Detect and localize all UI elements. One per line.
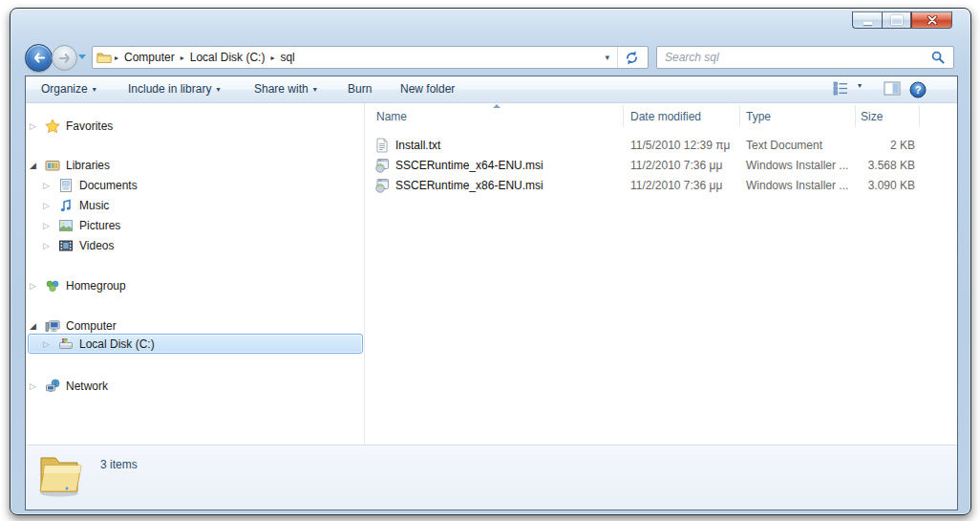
new-folder-label: New folder bbox=[400, 82, 455, 96]
file-row-ssceruntime-x64[interactable]: SSCERuntime_x64-ENU.msi 11/2/2010 7:36 μ… bbox=[366, 156, 957, 176]
help-icon: ? bbox=[909, 81, 927, 98]
column-divider[interactable] bbox=[739, 105, 740, 127]
address-bar[interactable]: ▸ Computer ▸ Local Disk (C:) ▸ sql ▾ bbox=[92, 46, 649, 69]
column-header-size[interactable]: Size bbox=[861, 110, 883, 123]
search-placeholder: Search sql bbox=[665, 51, 719, 64]
column-header-date-modified[interactable]: Date modified bbox=[630, 110, 701, 123]
expander-collapsed-icon[interactable]: ▷ bbox=[43, 219, 50, 232]
search-icon[interactable] bbox=[930, 50, 946, 65]
sidebar-item-homegroup[interactable]: ▷ Homegroup bbox=[26, 276, 364, 296]
chevron-icon: ▸ bbox=[178, 54, 187, 62]
close-button[interactable] bbox=[911, 11, 952, 29]
expander-collapsed-icon[interactable]: ▷ bbox=[43, 199, 50, 212]
file-date-modified: 11/5/2010 12:39 πμ bbox=[630, 139, 730, 152]
sidebar-item-music[interactable]: ▷ Music bbox=[26, 196, 364, 216]
new-folder-button[interactable]: New folder bbox=[400, 82, 455, 96]
burn-label: Burn bbox=[348, 82, 372, 96]
homegroup-icon bbox=[45, 278, 60, 293]
content-frame: Organize ▾ Include in library ▾ Share wi… bbox=[25, 76, 958, 510]
views-icon bbox=[833, 81, 848, 96]
screenshot-root: ▸ Computer ▸ Local Disk (C:) ▸ sql ▾ Sea… bbox=[0, 0, 980, 521]
back-button[interactable] bbox=[25, 44, 53, 72]
documents-icon bbox=[58, 178, 74, 193]
sidebar-item-favorites[interactable]: ▷ Favorites bbox=[26, 117, 364, 137]
file-type: Text Document bbox=[746, 139, 822, 152]
file-list-pane: Name Date modified Type Size bbox=[366, 103, 957, 445]
dropdown-caret-icon: ▾ bbox=[858, 81, 862, 90]
dropdown-caret-icon: ▾ bbox=[313, 85, 317, 94]
search-box[interactable]: Search sql bbox=[656, 46, 954, 69]
sidebar-item-label: Network bbox=[66, 380, 108, 393]
views-button[interactable] bbox=[833, 81, 848, 96]
column-header-row: Name Date modified Type Size bbox=[366, 103, 957, 129]
sidebar-item-label: Local Disk (C:) bbox=[79, 337, 155, 351]
sidebar-item-label: Computer bbox=[66, 319, 117, 333]
maximize-button[interactable] bbox=[882, 11, 911, 29]
dropdown-caret-icon: ▾ bbox=[216, 85, 220, 94]
burn-button[interactable]: Burn bbox=[348, 82, 372, 96]
sidebar-item-label: Music bbox=[79, 199, 109, 212]
sidebar-item-label: Libraries bbox=[66, 159, 110, 172]
column-divider[interactable] bbox=[919, 105, 920, 127]
sidebar-item-libraries[interactable]: ◢ Libraries bbox=[26, 156, 364, 176]
views-dropdown[interactable]: ▾ bbox=[858, 81, 862, 90]
sidebar-item-documents[interactable]: ▷ Documents bbox=[26, 176, 364, 196]
text-document-icon bbox=[374, 138, 390, 153]
explorer-window: ▸ Computer ▸ Local Disk (C:) ▸ sql ▾ Sea… bbox=[10, 8, 971, 515]
breadcrumb-sql[interactable]: sql bbox=[277, 51, 297, 64]
forward-button[interactable] bbox=[52, 45, 77, 71]
expander-collapsed-icon[interactable]: ▷ bbox=[30, 279, 36, 293]
star-icon bbox=[45, 119, 60, 134]
sidebar-item-local-disk-c[interactable]: ▷ Local Disk (C:) bbox=[26, 335, 364, 355]
sidebar-item-network[interactable]: ▷ Network bbox=[26, 377, 364, 397]
file-name[interactable]: Install.txt bbox=[395, 139, 440, 152]
preview-pane-button[interactable] bbox=[884, 81, 901, 96]
expander-collapsed-icon[interactable]: ▷ bbox=[30, 380, 36, 393]
address-dropdown-icon[interactable]: ▾ bbox=[599, 53, 615, 62]
minimize-button[interactable] bbox=[852, 11, 882, 29]
file-size: 3.090 KB bbox=[814, 179, 915, 192]
sidebar-item-label: Videos bbox=[79, 239, 114, 252]
refresh-icon[interactable] bbox=[624, 50, 640, 66]
folder-large-icon bbox=[33, 450, 85, 498]
help-glyph: ? bbox=[915, 84, 922, 96]
include-in-library-label: Include in library bbox=[128, 82, 211, 96]
column-header-type[interactable]: Type bbox=[746, 110, 771, 123]
maximize-icon bbox=[891, 15, 903, 25]
expander-collapsed-icon[interactable]: ▷ bbox=[43, 337, 50, 351]
help-button[interactable]: ? bbox=[909, 81, 927, 98]
libraries-icon bbox=[45, 158, 60, 173]
column-divider[interactable] bbox=[623, 105, 624, 127]
sidebar-item-computer[interactable]: ◢ Computer bbox=[26, 316, 364, 336]
recent-pages-dropdown-icon[interactable] bbox=[78, 54, 86, 59]
breadcrumb-local-disk-c[interactable]: Local Disk (C:) bbox=[187, 51, 268, 64]
sidebar-item-label: Pictures bbox=[79, 219, 120, 232]
file-row-ssceruntime-x86[interactable]: SSCERuntime_x86-ENU.msi 11/2/2010 7:36 μ… bbox=[366, 176, 957, 196]
sidebar-item-pictures[interactable]: ▷ Pictures bbox=[26, 216, 364, 236]
column-divider[interactable] bbox=[855, 105, 856, 127]
share-with-button[interactable]: Share with ▾ bbox=[254, 82, 317, 96]
organize-button[interactable]: Organize ▾ bbox=[41, 82, 96, 96]
expander-expanded-icon[interactable]: ◢ bbox=[30, 319, 36, 333]
sidebar-item-label: Documents bbox=[79, 179, 138, 192]
include-in-library-button[interactable]: Include in library ▾ bbox=[128, 82, 220, 96]
installer-icon bbox=[374, 178, 390, 193]
file-name[interactable]: SSCERuntime_x64-ENU.msi bbox=[395, 159, 543, 172]
folder-icon bbox=[96, 50, 112, 65]
expander-collapsed-icon[interactable]: ▷ bbox=[30, 119, 36, 133]
expander-collapsed-icon[interactable]: ▷ bbox=[43, 239, 50, 252]
expander-collapsed-icon[interactable]: ▷ bbox=[43, 179, 50, 192]
minimize-icon bbox=[863, 22, 872, 25]
expander-expanded-icon[interactable]: ◢ bbox=[30, 159, 36, 172]
chevron-icon: ▸ bbox=[112, 54, 121, 62]
file-row-install-txt[interactable]: Install.txt 11/5/2010 12:39 πμ Text Docu… bbox=[366, 136, 957, 156]
forward-arrow-icon bbox=[58, 53, 72, 64]
sidebar-item-videos[interactable]: ▷ Videos bbox=[26, 236, 364, 256]
sort-ascending-icon bbox=[493, 104, 501, 108]
file-name[interactable]: SSCERuntime_x86-ENU.msi bbox=[395, 179, 543, 192]
column-header-name[interactable]: Name bbox=[376, 110, 407, 123]
installer-icon bbox=[374, 158, 390, 173]
share-with-label: Share with bbox=[254, 82, 309, 96]
breadcrumb-computer[interactable]: Computer bbox=[121, 51, 178, 64]
dropdown-caret-icon: ▾ bbox=[93, 85, 96, 94]
